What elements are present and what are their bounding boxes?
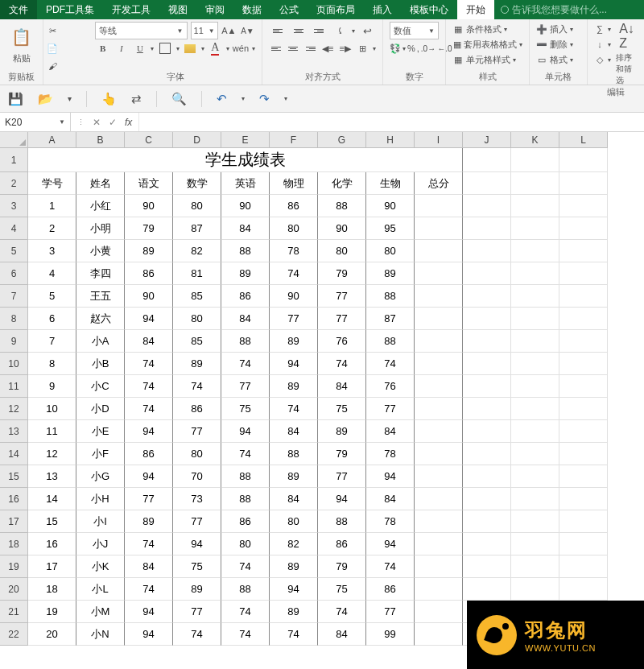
cell[interactable]: 94 [221,420,270,443]
cell[interactable] [511,172,559,195]
cancel-formula-icon[interactable]: ✕ [93,117,101,128]
copy-icon[interactable]: 📄 [43,39,61,57]
cell[interactable]: 90 [318,217,366,240]
menu-tab-2[interactable]: 插入 [364,0,401,19]
cell[interactable] [511,262,559,285]
cell[interactable] [511,375,559,398]
cell[interactable]: 88 [366,330,415,353]
cell[interactable]: 物理 [270,172,318,195]
cell-styles-button[interactable]: ▦单元格样式▾ [452,52,522,67]
cell[interactable]: 89 [270,601,318,623]
col-header[interactable]: H [366,132,415,148]
row-header[interactable]: 10 [0,353,28,375]
cell[interactable]: 90 [125,285,173,308]
row-header[interactable]: 4 [0,217,28,240]
row-header[interactable]: 11 [0,375,28,398]
name-box[interactable]: K20▼ [0,113,71,131]
cell[interactable]: 86 [221,285,270,308]
format-cells-button[interactable]: ▭格式▾ [536,52,580,67]
cell[interactable] [559,217,608,240]
cell[interactable] [511,578,559,601]
cell[interactable] [511,465,559,488]
cell[interactable] [559,172,608,195]
cell[interactable]: 小K [76,555,125,578]
font-color-button[interactable]: A [208,39,223,57]
col-header[interactable]: E [221,132,270,148]
cell[interactable]: 7 [28,330,76,353]
cell[interactable]: 74 [270,398,318,420]
cell[interactable] [415,488,463,510]
cell[interactable] [463,285,511,308]
cell[interactable]: 90 [125,195,173,217]
row-header[interactable]: 16 [0,488,28,510]
cell[interactable] [511,217,559,240]
cell[interactable] [463,510,511,533]
cell[interactable]: 79 [318,262,366,285]
cell[interactable] [559,262,608,285]
cell[interactable]: 87 [366,308,415,330]
cell[interactable]: 9 [28,375,76,398]
menu-tab-8[interactable]: 开发工具 [103,0,159,19]
cell[interactable]: 75 [318,398,366,420]
cell[interactable]: 86 [173,398,221,420]
row-header[interactable]: 9 [0,330,28,353]
cell[interactable]: 85 [173,285,221,308]
cell[interactable] [463,398,511,420]
cell[interactable]: 99 [366,623,415,646]
cell[interactable]: 79 [125,217,173,240]
cell[interactable] [463,148,511,172]
row-header[interactable]: 12 [0,398,28,420]
cell[interactable]: 84 [270,488,318,510]
row-header[interactable]: 18 [0,533,28,555]
cell[interactable]: 74 [221,353,270,375]
touch-icon[interactable]: 👆 [101,92,117,106]
cell[interactable]: 89 [270,375,318,398]
col-header[interactable]: B [76,132,125,148]
cell[interactable]: 80 [366,240,415,262]
cell[interactable] [559,510,608,533]
cell[interactable] [559,465,608,488]
cell[interactable]: 小I [76,510,125,533]
cell[interactable]: 84 [125,330,173,353]
menu-file[interactable]: 文件 [0,0,37,19]
cell[interactable]: 89 [366,262,415,285]
cell[interactable] [415,240,463,262]
row-header[interactable]: 14 [0,443,28,465]
cell[interactable]: 89 [270,555,318,578]
cell[interactable]: 80 [173,308,221,330]
menu-tab-5[interactable]: 数据 [233,0,270,19]
cell[interactable]: 80 [270,510,318,533]
cell[interactable]: 88 [318,510,366,533]
cell[interactable] [559,578,608,601]
cell[interactable]: 84 [125,555,173,578]
cell[interactable]: 84 [318,375,366,398]
cell[interactable] [511,148,559,172]
open-icon[interactable]: 📂 [38,92,53,106]
cell[interactable] [559,330,608,353]
cell[interactable]: 84 [221,308,270,330]
cell[interactable]: 2 [28,217,76,240]
row-header[interactable]: 13 [0,420,28,443]
cell[interactable] [463,240,511,262]
cell[interactable]: 86 [221,510,270,533]
print-preview-icon[interactable]: 🔍 [171,92,187,106]
cell[interactable]: 79 [318,443,366,465]
cell[interactable] [463,172,511,195]
cell[interactable]: 78 [366,510,415,533]
cell[interactable]: 70 [173,465,221,488]
cell[interactable] [559,533,608,555]
formula-input[interactable] [138,113,644,131]
cell[interactable]: 小J [76,533,125,555]
menu-tab-6[interactable]: 审阅 [196,0,233,19]
cell[interactable] [415,398,463,420]
col-header[interactable]: L [559,132,608,148]
orientation-icon[interactable]: ⤹ [331,22,349,39]
row-header[interactable]: 5 [0,240,28,262]
cell[interactable]: 84 [221,217,270,240]
cell[interactable] [559,195,608,217]
cell[interactable] [463,443,511,465]
cell[interactable]: 6 [28,308,76,330]
cell[interactable]: 小C [76,375,125,398]
menu-tab-9[interactable]: PDF工具集 [37,0,103,19]
cell[interactable]: 78 [270,240,318,262]
